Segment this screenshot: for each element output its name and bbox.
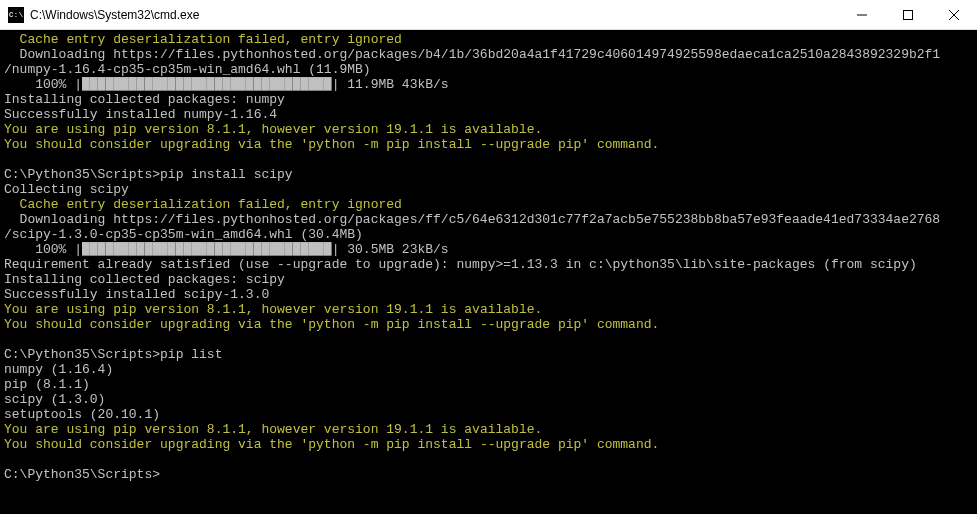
terminal-line: numpy (1.16.4) — [4, 362, 973, 377]
window-controls — [839, 0, 977, 29]
terminal-line: You are using pip version 8.1.1, however… — [4, 302, 973, 317]
titlebar: C:\ C:\Windows\System32\cmd.exe — [0, 0, 977, 30]
terminal-line: /numpy-1.16.4-cp35-cp35m-win_amd64.whl (… — [4, 62, 973, 77]
terminal-line: You should consider upgrading via the 'p… — [4, 137, 973, 152]
terminal-output[interactable]: Cache entry deserialization failed, entr… — [0, 30, 977, 514]
terminal-line: Collecting scipy — [4, 182, 973, 197]
terminal-line: Installing collected packages: scipy — [4, 272, 973, 287]
terminal-line: C:\Python35\Scripts>pip list — [4, 347, 973, 362]
terminal-line: Successfully installed scipy-1.3.0 — [4, 287, 973, 302]
terminal-line: C:\Python35\Scripts>pip install scipy — [4, 167, 973, 182]
terminal-line — [4, 152, 973, 167]
terminal-line: 100% |████████████████████████████████| … — [35, 77, 973, 92]
terminal-line: You are using pip version 8.1.1, however… — [4, 422, 973, 437]
terminal-line: You are using pip version 8.1.1, however… — [4, 122, 973, 137]
window-title: C:\Windows\System32\cmd.exe — [30, 8, 839, 22]
minimize-button[interactable] — [839, 0, 885, 29]
svg-rect-1 — [904, 10, 913, 19]
terminal-line: Successfully installed numpy-1.16.4 — [4, 107, 973, 122]
terminal-line: You should consider upgrading via the 'p… — [4, 437, 973, 452]
terminal-line: Cache entry deserialization failed, entr… — [20, 32, 973, 47]
cmd-icon: C:\ — [8, 7, 24, 23]
terminal-line: C:\Python35\Scripts> — [4, 467, 973, 482]
terminal-line — [4, 452, 973, 467]
terminal-line — [4, 332, 973, 347]
cmd-window: C:\ C:\Windows\System32\cmd.exe Cache en… — [0, 0, 977, 514]
terminal-line: Cache entry deserialization failed, entr… — [20, 197, 973, 212]
terminal-line: Downloading https://files.pythonhosted.o… — [20, 47, 973, 62]
terminal-line: pip (8.1.1) — [4, 377, 973, 392]
terminal-line: scipy (1.3.0) — [4, 392, 973, 407]
terminal-line: Requirement already satisfied (use --upg… — [4, 257, 973, 272]
terminal-line: /scipy-1.3.0-cp35-cp35m-win_amd64.whl (3… — [4, 227, 973, 242]
terminal-line: Downloading https://files.pythonhosted.o… — [20, 212, 973, 227]
terminal-line: setuptools (20.10.1) — [4, 407, 973, 422]
close-button[interactable] — [931, 0, 977, 29]
terminal-line: 100% |████████████████████████████████| … — [35, 242, 973, 257]
maximize-icon — [903, 10, 913, 20]
terminal-line: Installing collected packages: numpy — [4, 92, 973, 107]
terminal-line: You should consider upgrading via the 'p… — [4, 317, 973, 332]
close-icon — [949, 10, 959, 20]
maximize-button[interactable] — [885, 0, 931, 29]
minimize-icon — [857, 10, 867, 20]
